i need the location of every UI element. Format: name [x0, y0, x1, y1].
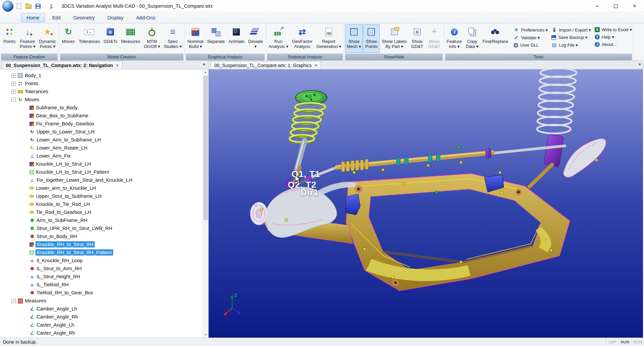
import-export-item[interactable]: Import / Export ▾ — [551, 27, 591, 33]
tree-item-move[interactable]: IL_Strut_to_Arm_RH — [0, 265, 203, 273]
tree-item-move[interactable]: Lower_Arm_Fix — [0, 152, 203, 160]
tree-item-move[interactable]: IL_Strut_Height_RH — [0, 273, 203, 281]
close-tab-icon[interactable]: × — [315, 63, 317, 68]
tree-item-move[interactable]: Fix_Frame_Body_Gearbox — [0, 120, 203, 128]
tree-item-move[interactable]: Knuckle_LH_to_Strut_LH_Pattern — [0, 168, 203, 176]
nominal-build-button[interactable]: Nominal Build ▾ — [186, 24, 205, 53]
tree-item-moves[interactable]: −Moves — [0, 96, 203, 104]
tree-item-move[interactable]: Tie_Rod_to_Gearbox_LH — [0, 208, 203, 216]
show-labels-by-part-button[interactable]: Show Labels By Part ▾ — [380, 24, 408, 53]
geofactor-analysis-button[interactable]: GeoFactor Analysis — [290, 24, 314, 53]
save-backup-item[interactable]: Save Backup ▾ — [551, 35, 591, 40]
open-file-icon[interactable] — [25, 5, 32, 9]
tolerances-button[interactable]: Tolerances — [77, 24, 102, 53]
tree-item-move[interactable]: Upper_to_Lower_Strut_LH — [0, 128, 203, 136]
tab-add-ons[interactable]: Add-Ons — [131, 13, 160, 22]
tree-item-move[interactable]: It_Knuckle_RH_Loop — [0, 256, 203, 265]
expander-icon[interactable]: − — [11, 98, 16, 102]
tree-item-body-1[interactable]: +Body_1 — [0, 71, 203, 79]
save-icon[interactable] — [36, 4, 41, 9]
point-move-icon — [30, 290, 35, 295]
graphics-tab[interactable]: 00_Suspension_TL_Compare.wtx: 1: Graphic… — [211, 61, 321, 69]
tree-item-move[interactable]: IL_TieRod_RH — [0, 281, 203, 289]
spec-studies-button[interactable]: Spec Studies ▾ — [162, 24, 183, 53]
tree-item-move-selected[interactable]: Knuckle_RH_to_Strut_RH_Pattern — [0, 248, 203, 256]
log-file-item[interactable]: Log File ▾ — [551, 42, 591, 48]
feature-info-button[interactable]: Feature Info ▾ — [445, 24, 464, 53]
gear-icon — [514, 43, 518, 48]
validate-item[interactable]: Validate ▾ — [514, 35, 548, 40]
tab-home[interactable]: Home — [21, 13, 45, 22]
scrollbar-track[interactable] — [203, 75, 208, 332]
expander-icon[interactable]: + — [11, 81, 16, 86]
tab-edit[interactable]: Edit — [47, 13, 66, 22]
mtm-on-off-button[interactable]: MTM On/Off ▾ — [142, 24, 162, 53]
show-gdt-button[interactable]: Show GD&T — [409, 24, 426, 53]
tree-item-measures[interactable]: −Measures — [0, 297, 203, 305]
deviate-button[interactable]: Deviate ▾ — [247, 24, 265, 53]
navigation-tab[interactable]: 00_Suspension_TL_Compare.wtx: 2: Navigat… — [2, 61, 122, 69]
tree-item-move[interactable]: Upper_Strut_to_Subframe_LH — [0, 192, 203, 200]
measures-button[interactable]: Measures — [119, 24, 142, 53]
app-logo-icon[interactable] — [2, 1, 13, 12]
3d-scene[interactable]: Z — [209, 69, 643, 338]
tree-item-move[interactable]: Lower_Arm_to_Subframe_LH — [0, 136, 203, 144]
tree-item-move[interactable]: Lower_Arm_Rotate_LH — [0, 144, 203, 152]
expander-icon[interactable]: + — [11, 73, 16, 78]
tree-item-move[interactable]: Subframe_to_Body — [0, 104, 203, 112]
minimize-button[interactable]: – — [588, 0, 606, 12]
tree-item-measure[interactable]: Caster_Angle_Lh — [0, 321, 203, 329]
tools-column-3: Write to Excel ▾ Help ▾ About... — [595, 24, 632, 47]
tab-geometry[interactable]: Geometry — [68, 13, 100, 22]
close-tab-icon[interactable]: × — [116, 63, 119, 68]
tree-item-move[interactable]: Gear_Box_to_Subframe — [0, 112, 203, 120]
dynamic-points-button[interactable]: Dynamic Points ▾ — [37, 24, 58, 53]
tree-item-measure[interactable]: Caster_Angle_Rh — [0, 329, 203, 337]
scroll-down-icon[interactable] — [203, 332, 208, 338]
moves-button[interactable]: Moves — [60, 24, 77, 53]
expander-icon[interactable]: − — [11, 299, 16, 303]
tree-item-move-selected[interactable]: Knuckle_RH_to_Strut_RH — [0, 240, 203, 248]
tree-item-move[interactable]: TieRod_RH_to_Gear_Box — [0, 289, 203, 297]
run-analysis-button[interactable]: Run Analysis ▾ — [267, 24, 290, 53]
tree-item-measure[interactable]: Camber_Angle_Rh — [0, 313, 203, 321]
graphics-viewport[interactable]: Z Q1, T1 Q2, T2 Dir1 — [209, 69, 644, 338]
scroll-up-icon[interactable] — [203, 69, 208, 75]
close-button[interactable]: × — [625, 0, 644, 12]
user-dll-item[interactable]: User DLL — [514, 43, 548, 48]
tree-item-tolerances[interactable]: +Tolerances — [0, 88, 203, 96]
about-item[interactable]: About... — [595, 42, 632, 47]
tree-item-move[interactable]: Arm_to_SubFrame_RH — [0, 216, 203, 224]
points-button[interactable]: Points — [1, 24, 18, 53]
preferences-item[interactable]: Preferences ▾ — [514, 27, 548, 33]
tree-item-move[interactable]: Strut_UPR_RH_to_Strut_LWR_RH — [0, 224, 203, 232]
help-item[interactable]: Help ▾ — [595, 35, 632, 40]
tab-display[interactable]: Display — [102, 13, 128, 22]
write-to-excel-item[interactable]: Write to Excel ▾ — [595, 27, 632, 32]
tree-item-move[interactable]: Lower_arm_to_Knuckle_LH — [0, 184, 203, 192]
tree-item-move[interactable]: Knuckle_to_Tie_Rod_LH — [0, 200, 203, 208]
tree-item-points[interactable]: +Points — [0, 79, 203, 88]
point-move-icon — [30, 266, 35, 271]
find-replace-button[interactable]: Find/Replace — [481, 24, 510, 53]
separate-button[interactable]: Separate — [205, 24, 226, 53]
tree-item-measure[interactable]: Camber_Angle_Lh — [0, 305, 203, 313]
tree-item-move[interactable]: Fix_together_Lower_Strut_and_Knuckle_LH — [0, 176, 203, 184]
maximize-button[interactable] — [606, 0, 625, 12]
show-mesh-button[interactable]: Show Mesh ▾ — [345, 24, 363, 53]
pane-menu-chevron-icon[interactable] — [638, 62, 642, 66]
pin-icon[interactable] — [49, 4, 53, 9]
pane-menu-chevron-icon[interactable] — [202, 62, 206, 66]
copy-data-button[interactable]: Copy Data ▾ — [464, 24, 481, 53]
tree-scrollbar[interactable] — [203, 69, 208, 338]
feature-points-button[interactable]: Feature Points ▾ — [18, 24, 37, 53]
animate-button[interactable]: Animate — [227, 24, 246, 53]
gdts-button[interactable]: GD&Ts — [102, 24, 119, 53]
report-generation-button[interactable]: Report Generation ▾ — [315, 24, 343, 53]
show-points-button[interactable]: Show Points — [363, 24, 380, 53]
scrollbar-thumb[interactable] — [204, 76, 208, 220]
expander-icon[interactable]: + — [11, 90, 16, 94]
tree-item-move[interactable]: Strut_to_Body_RH — [0, 232, 203, 240]
tree-item-move[interactable]: Knuckle_LH_to_Strut_LH — [0, 160, 203, 168]
new-file-icon[interactable] — [17, 3, 21, 9]
